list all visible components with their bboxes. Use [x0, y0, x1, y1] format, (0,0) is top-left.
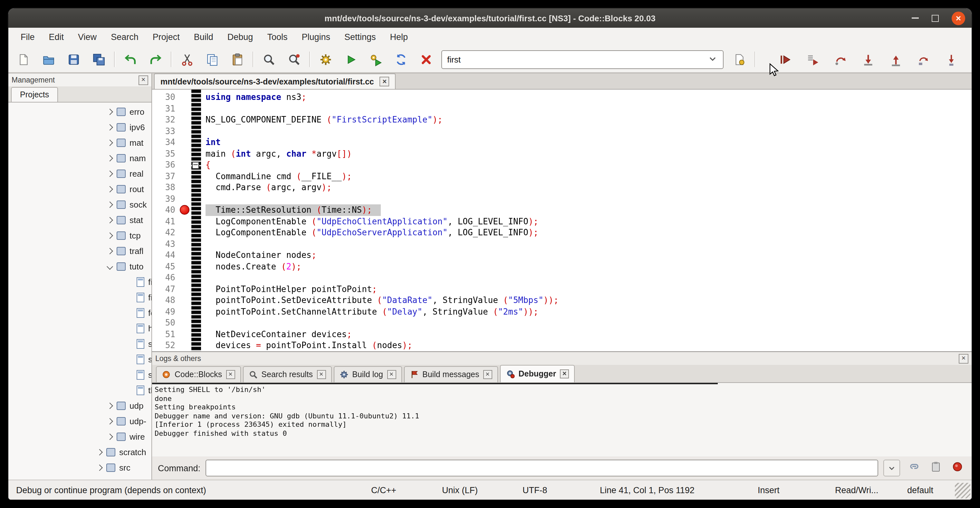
- menu-settings[interactable]: Settings: [337, 32, 383, 42]
- breakpoint-cell[interactable]: [178, 340, 190, 351]
- menu-tools[interactable]: Tools: [260, 32, 294, 42]
- step-into-button[interactable]: [857, 49, 879, 69]
- logtab-build-messages[interactable]: Build messages: [404, 366, 498, 382]
- toolbar-overflow-chevron[interactable]: [968, 49, 972, 69]
- logtab-close-button[interactable]: [226, 370, 235, 379]
- tree-item[interactable]: trafl: [8, 243, 151, 258]
- log-link-button[interactable]: [905, 460, 922, 476]
- chevron-right-icon[interactable]: [107, 170, 113, 177]
- code-line[interactable]: NS_LOG_COMPONENT_DEFINE ("FirstScriptExa…: [205, 114, 972, 126]
- tree-item[interactable]: six: [8, 367, 151, 382]
- chevron-right-icon[interactable]: [107, 139, 113, 146]
- resize-grip[interactable]: [955, 483, 970, 498]
- chevron-right-icon[interactable]: [96, 449, 103, 455]
- code-line[interactable]: CommandLine cmd (__FILE__);: [205, 170, 972, 182]
- maximize-button[interactable]: [932, 14, 939, 22]
- title-bar[interactable]: mnt/dev/tools/source/ns-3-dev/examples/t…: [8, 8, 972, 28]
- tree-item[interactable]: se: [8, 336, 151, 351]
- tree-item[interactable]: nam: [8, 150, 151, 166]
- menu-debug[interactable]: Debug: [220, 32, 260, 42]
- logtab-debugger[interactable]: Debugger: [500, 365, 575, 382]
- tree-item[interactable]: tuto: [8, 258, 151, 274]
- close-button[interactable]: [951, 11, 965, 25]
- chevron-right-icon[interactable]: [107, 402, 113, 409]
- tree-item[interactable]: tcp: [8, 228, 151, 243]
- tree-item[interactable]: he: [8, 320, 151, 336]
- build-button[interactable]: [316, 49, 335, 69]
- code-line[interactable]: nodes.Create (2);: [205, 261, 972, 272]
- paste-button[interactable]: [228, 49, 247, 69]
- breakpoint-cell[interactable]: [178, 193, 190, 204]
- breakpoint-cell[interactable]: [178, 92, 190, 103]
- menu-project[interactable]: Project: [146, 32, 187, 42]
- menu-build[interactable]: Build: [187, 32, 220, 42]
- tree-item[interactable]: fo: [8, 305, 151, 320]
- breakpoint-cell[interactable]: [178, 216, 190, 227]
- editor-tab[interactable]: mnt/dev/tools/source/ns-3-dev/examples/t…: [154, 73, 396, 89]
- menu-file[interactable]: File: [14, 32, 42, 42]
- chevron-right-icon[interactable]: [107, 201, 113, 208]
- logtab-close-button[interactable]: [387, 370, 396, 379]
- code-line[interactable]: {: [205, 159, 972, 170]
- tree-item[interactable]: udp: [8, 398, 151, 413]
- project-tree[interactable]: erroipv6matnamrealroutsockstattcptrafltu…: [8, 102, 151, 479]
- breakpoint-cell[interactable]: [178, 103, 190, 114]
- chevron-right-icon[interactable]: [107, 433, 113, 440]
- tree-item[interactable]: scratch: [8, 444, 151, 460]
- code-line[interactable]: [205, 103, 972, 114]
- menu-help[interactable]: Help: [383, 32, 415, 42]
- logtab-close-button[interactable]: [317, 370, 326, 379]
- tree-item[interactable]: ipv6: [8, 119, 151, 135]
- breakpoint-cell[interactable]: [178, 182, 190, 193]
- step-into-instruction-button[interactable]: [940, 49, 962, 69]
- breakpoint-cell[interactable]: [178, 250, 190, 261]
- build-and-run-button[interactable]: [366, 49, 385, 69]
- breakpoint-cell[interactable]: [178, 295, 190, 306]
- step-out-button[interactable]: [885, 49, 907, 69]
- log-stop-button[interactable]: [949, 460, 966, 476]
- management-close-button[interactable]: [138, 75, 148, 85]
- run-button[interactable]: [341, 49, 360, 69]
- breakpoint-marker[interactable]: [180, 205, 189, 215]
- menu-search[interactable]: Search: [104, 32, 146, 42]
- logs-close-button[interactable]: [959, 354, 969, 363]
- minimize-button[interactable]: [912, 18, 919, 19]
- tree-item[interactable]: stat: [8, 212, 151, 228]
- cut-button[interactable]: [177, 49, 197, 69]
- chevron-down-icon[interactable]: [107, 263, 113, 269]
- redo-button[interactable]: [146, 49, 165, 69]
- code-line[interactable]: main (int argc, char *argv[]): [205, 148, 972, 159]
- chevron-right-icon[interactable]: [107, 155, 113, 161]
- tree-item[interactable]: fif: [8, 274, 151, 290]
- menu-plugins[interactable]: Plugins: [294, 32, 337, 42]
- chevron-right-icon[interactable]: [107, 108, 113, 115]
- tree-item[interactable]: sock: [8, 197, 151, 212]
- tree-item[interactable]: wire: [8, 429, 151, 444]
- code-line[interactable]: pointToPoint.SetDeviceAttribute ("DataRa…: [205, 295, 972, 306]
- compile-current-file-button[interactable]: [729, 49, 749, 69]
- chevron-right-icon[interactable]: [107, 248, 113, 254]
- save-button[interactable]: [64, 49, 83, 69]
- breakpoint-cell[interactable]: [178, 137, 190, 148]
- build-target-combo[interactable]: first: [441, 50, 724, 68]
- menu-edit[interactable]: Edit: [42, 32, 71, 42]
- code-line[interactable]: PointToPointHelper pointToPoint;: [205, 283, 972, 295]
- save-all-button[interactable]: [89, 49, 108, 69]
- tree-item[interactable]: th: [8, 382, 151, 398]
- next-instruction-button[interactable]: [912, 49, 934, 69]
- logtab-close-button[interactable]: [483, 370, 492, 379]
- breakpoint-cell[interactable]: [178, 114, 190, 126]
- tree-item[interactable]: se: [8, 351, 151, 367]
- code-line[interactable]: int: [205, 137, 972, 148]
- breakpoint-cell[interactable]: [178, 283, 190, 295]
- tree-item[interactable]: mat: [8, 135, 151, 150]
- rebuild-button[interactable]: [391, 49, 410, 69]
- open-file-button[interactable]: [39, 49, 58, 69]
- undo-button[interactable]: [121, 49, 140, 69]
- code-line[interactable]: pointToPoint.SetChannelAttribute ("Delay…: [205, 306, 972, 317]
- code-line[interactable]: LogComponentEnable ("UdpEchoClientApplic…: [205, 216, 972, 227]
- new-file-button[interactable]: [14, 49, 33, 69]
- code-line[interactable]: [205, 126, 972, 137]
- tree-item[interactable]: real: [8, 166, 151, 181]
- editor-tab-close-button[interactable]: [380, 77, 390, 86]
